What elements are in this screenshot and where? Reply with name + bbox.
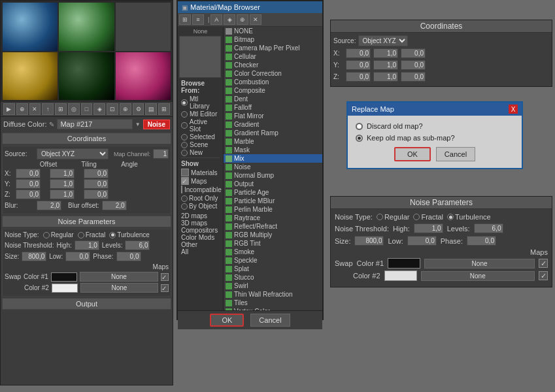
- show-incompatible[interactable]: Incompatible: [181, 186, 220, 193]
- browser-btn-c[interactable]: ⊕: [237, 14, 248, 25]
- rn-levels-input[interactable]: [474, 223, 503, 233]
- browse-active-slot[interactable]: Active Slot: [181, 118, 220, 133]
- toolbar-btn-5[interactable]: ⊞: [55, 103, 67, 115]
- check2[interactable]: ✓: [161, 284, 169, 292]
- y-offset-input[interactable]: [16, 179, 41, 189]
- y-angle-input[interactable]: [84, 179, 109, 189]
- radio-regular[interactable]: Regular: [43, 231, 74, 238]
- map-item-CameraMapPerPixel[interactable]: Camera Map Per Pixel: [224, 44, 322, 52]
- map-item-Noise[interactable]: Noise: [224, 163, 322, 171]
- map-item-ReflectRefract[interactable]: Reflect/Refract: [224, 222, 322, 231]
- map-item-NormalBump[interactable]: Normal Bump: [224, 171, 322, 180]
- browser-btn-view[interactable]: ⊞: [179, 14, 191, 25]
- show-materials[interactable]: Materials: [181, 169, 220, 176]
- rn-phase-input[interactable]: [467, 236, 496, 246]
- rn-low-input[interactable]: [407, 236, 437, 246]
- browser-btn-list[interactable]: ≡: [192, 14, 204, 25]
- color2-swatch[interactable]: [52, 284, 78, 293]
- map-item-Falloff[interactable]: Falloff: [224, 103, 322, 112]
- rc-z-angle[interactable]: [401, 72, 426, 82]
- map-item-ColorCorrection[interactable]: Color Correction: [224, 69, 322, 78]
- toolbar-btn-6[interactable]: ◎: [68, 103, 80, 115]
- map-channel-input[interactable]: [153, 149, 169, 159]
- radio-turbulence[interactable]: Turbulence: [109, 231, 150, 238]
- rn-size-input[interactable]: [354, 236, 384, 246]
- replace-ok-button[interactable]: OK: [394, 147, 431, 161]
- root-only-row[interactable]: Root Only: [181, 195, 220, 202]
- map-item-VertexColor[interactable]: Vertex Color: [224, 307, 322, 310]
- sphere-cell-blue[interactable]: [3, 3, 58, 51]
- low-input[interactable]: [65, 252, 90, 261]
- map-item-Raytrace[interactable]: Raytrace: [224, 214, 322, 222]
- x-tiling-input[interactable]: [50, 169, 75, 178]
- map-item-Checker[interactable]: Checker: [224, 61, 322, 69]
- rc-x-offset[interactable]: [346, 48, 371, 58]
- rn-radio-regular[interactable]: Regular: [377, 213, 410, 221]
- check1[interactable]: ✓: [161, 273, 169, 281]
- replace-cancel-button[interactable]: Cancel: [436, 147, 475, 161]
- map-item-RGBMultiply[interactable]: RGB Multiply: [224, 231, 322, 239]
- map-item-Output[interactable]: Output: [224, 180, 322, 188]
- noise-badge[interactable]: Noise: [143, 120, 170, 129]
- groups-color-mods[interactable]: Color Mods: [181, 234, 220, 241]
- groups-3d[interactable]: 3D maps: [181, 220, 220, 227]
- sphere-cell-empty1[interactable]: [116, 3, 171, 51]
- groups-all[interactable]: All: [181, 248, 220, 255]
- map-item-Swirl[interactable]: Swirl: [224, 282, 322, 290]
- x-angle-input[interactable]: [84, 169, 109, 178]
- toolbar-btn-9[interactable]: ⊡: [107, 103, 118, 115]
- sphere-cell-pink[interactable]: [116, 52, 171, 101]
- rn-none2-btn[interactable]: None: [421, 271, 535, 281]
- color1-swatch[interactable]: [51, 272, 77, 282]
- high-input[interactable]: [75, 240, 99, 250]
- map-item-Mix[interactable]: Mix: [224, 154, 322, 163]
- map-item-Splat[interactable]: Splat: [224, 265, 322, 273]
- none1-btn[interactable]: None: [80, 272, 158, 282]
- rc-x-tiling[interactable]: [373, 48, 398, 58]
- toolbar-btn-4[interactable]: ↑: [42, 103, 54, 115]
- map-item-Mask[interactable]: Mask: [224, 146, 322, 154]
- browse-mtl-library[interactable]: Mtl Library: [181, 95, 220, 110]
- groups-2d[interactable]: 2D maps: [181, 212, 220, 220]
- levels-input[interactable]: [125, 240, 150, 250]
- map-item-Combustion[interactable]: Combustion: [224, 78, 322, 86]
- map-item-ParticleAge[interactable]: Particle Age: [224, 188, 322, 197]
- map-item-Dent[interactable]: Dent: [224, 95, 322, 103]
- toolbar-btn-3[interactable]: ✕: [29, 103, 41, 115]
- toolbar-btn-10[interactable]: ⊕: [120, 103, 131, 115]
- map-item-Tiles[interactable]: Tiles: [224, 299, 322, 307]
- toolbar-btn-1[interactable]: ▶: [3, 103, 15, 115]
- source-select[interactable]: Object XYZ: [37, 148, 109, 159]
- map-item-RGBTint[interactable]: RGB Tint: [224, 239, 322, 248]
- rn-radio-fractal[interactable]: Fractal: [413, 213, 443, 221]
- map-item-Marble[interactable]: Marble: [224, 137, 322, 146]
- map-item-Cellular[interactable]: Cellular: [224, 52, 322, 61]
- toolbar-btn-7[interactable]: □: [81, 103, 93, 115]
- map-item-GradientRamp[interactable]: Gradient Ramp: [224, 129, 322, 137]
- toolbar-btn-2[interactable]: ⊕: [16, 103, 28, 115]
- map-item-ThinWall[interactable]: Thin Wall Refraction: [224, 290, 322, 299]
- browser-btn-b[interactable]: ◈: [224, 14, 235, 25]
- none2-btn[interactable]: None: [80, 283, 158, 293]
- sphere-cell-darkgreen[interactable]: [59, 52, 114, 101]
- map-item-Gradient[interactable]: Gradient: [224, 120, 322, 129]
- map-item-Smoke[interactable]: Smoke: [224, 248, 322, 256]
- phase-input[interactable]: [116, 252, 141, 261]
- map-item-PerlinMarble[interactable]: Perlin Marble: [224, 205, 322, 214]
- rc-y-angle[interactable]: [401, 60, 426, 70]
- rc-y-tiling[interactable]: [373, 60, 398, 70]
- z-angle-input[interactable]: [84, 189, 109, 199]
- map-label[interactable]: Map #217: [57, 119, 132, 129]
- rc-x-angle[interactable]: [401, 48, 426, 58]
- map-item-FlatMirror[interactable]: Flat Mirror: [224, 112, 322, 120]
- replace-close-button[interactable]: X: [509, 105, 518, 114]
- rn-none1-btn[interactable]: None: [424, 259, 535, 269]
- sphere-cell-green[interactable]: [59, 3, 114, 51]
- z-offset-input[interactable]: [16, 189, 41, 199]
- keep-radio-option[interactable]: Keep old map as sub-map?: [356, 134, 514, 142]
- by-object-row[interactable]: By Object: [181, 203, 220, 210]
- discard-radio-option[interactable]: Discard old map?: [356, 122, 514, 130]
- rn-check2[interactable]: ✓: [539, 271, 548, 280]
- browse-new[interactable]: New: [181, 149, 220, 156]
- toolbar-btn-11[interactable]: ⚙: [133, 103, 144, 115]
